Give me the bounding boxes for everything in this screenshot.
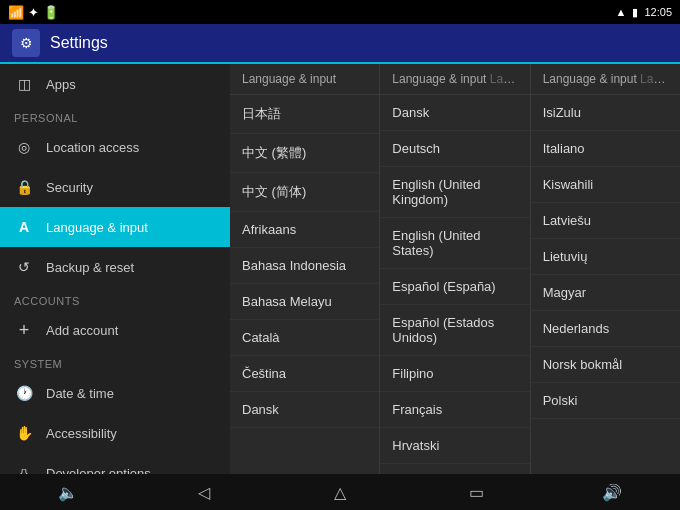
sidebar-label-addaccount: Add account bbox=[46, 323, 118, 338]
list-item[interactable]: Bahasa Melayu bbox=[230, 284, 379, 320]
list-item[interactable]: Hrvatski bbox=[380, 428, 529, 464]
sidebar-item-backup[interactable]: ↺ Backup & reset bbox=[0, 247, 230, 287]
sidebar: ◫ Apps PERSONAL ◎ Location access 🔒 Secu… bbox=[0, 64, 230, 474]
list-item[interactable]: Čeština bbox=[230, 356, 379, 392]
list-item[interactable]: English (United Kingdom) bbox=[380, 167, 529, 218]
clock-icon: 🕐 bbox=[14, 383, 34, 403]
sidebar-label-developer: Developer options bbox=[46, 466, 151, 475]
list-item[interactable]: Dansk bbox=[380, 95, 529, 131]
gear-icon: ⚙ bbox=[20, 35, 33, 51]
list-item[interactable]: Lietuvių bbox=[531, 239, 680, 275]
list-item[interactable]: Nederlands bbox=[531, 311, 680, 347]
nav-bar: 🔈 ◁ △ ▭ 🔊 bbox=[0, 474, 680, 510]
status-icons-right: ▲ ▮ 12:05 bbox=[616, 6, 672, 19]
list-item[interactable]: Filipino bbox=[380, 356, 529, 392]
list-item[interactable]: Kiswahili bbox=[531, 167, 680, 203]
sidebar-item-security[interactable]: 🔒 Security bbox=[0, 167, 230, 207]
list-item[interactable]: Norsk bokmål bbox=[531, 347, 680, 383]
nav-recents[interactable]: ▭ bbox=[458, 474, 494, 510]
recents-icon: ▭ bbox=[469, 483, 484, 502]
location-icon: ◎ bbox=[14, 137, 34, 157]
list-item[interactable]: Latviešu bbox=[531, 203, 680, 239]
nav-home[interactable]: △ bbox=[322, 474, 358, 510]
nav-volume-down[interactable]: 🔈 bbox=[50, 474, 86, 510]
list-item[interactable]: IsiZulu bbox=[531, 95, 680, 131]
sidebar-label-accessibility: Accessibility bbox=[46, 426, 117, 441]
main-layout: ◫ Apps PERSONAL ◎ Location access 🔒 Secu… bbox=[0, 64, 680, 474]
list-item[interactable]: English (United States) bbox=[380, 218, 529, 269]
volume-down-icon: 🔈 bbox=[58, 483, 78, 502]
status-icons-left: 📶 ✦ 🔋 bbox=[8, 5, 59, 20]
list-item[interactable]: 中文 (简体) bbox=[230, 173, 379, 212]
list-item[interactable]: 中文 (繁體) bbox=[230, 134, 379, 173]
list-item[interactable]: Afrikaans bbox=[230, 212, 379, 248]
sidebar-label-location: Location access bbox=[46, 140, 139, 155]
bluetooth-icon: ✦ bbox=[28, 5, 39, 20]
lang-col1-header: Language & input bbox=[230, 64, 379, 95]
list-item[interactable]: Italiano bbox=[531, 131, 680, 167]
page-title: Settings bbox=[50, 34, 108, 52]
title-bar: ⚙ Settings bbox=[0, 24, 680, 64]
list-item[interactable]: Español (Estados Unidos) bbox=[380, 305, 529, 356]
back-icon: ◁ bbox=[198, 483, 210, 502]
section-system: SYSTEM bbox=[0, 350, 230, 373]
sidebar-label-security: Security bbox=[46, 180, 93, 195]
list-item[interactable]: 日本語 bbox=[230, 95, 379, 134]
section-accounts: ACCOUNTS bbox=[0, 287, 230, 310]
sidebar-item-developer[interactable]: {} Developer options bbox=[0, 453, 230, 474]
sidebar-label-backup: Backup & reset bbox=[46, 260, 134, 275]
signal-icon: 📶 bbox=[8, 5, 24, 20]
list-item[interactable]: Magyar bbox=[531, 275, 680, 311]
home-icon: △ bbox=[334, 483, 346, 502]
developer-icon: {} bbox=[14, 463, 34, 474]
language-icon: A bbox=[14, 217, 34, 237]
sidebar-item-accessibility[interactable]: ✋ Accessibility bbox=[0, 413, 230, 453]
nav-volume-up[interactable]: 🔊 bbox=[594, 474, 630, 510]
lock-icon: 🔒 bbox=[14, 177, 34, 197]
volume-up-icon: 🔊 bbox=[602, 483, 622, 502]
section-personal: PERSONAL bbox=[0, 104, 230, 127]
sidebar-item-language[interactable]: A Language & input bbox=[0, 207, 230, 247]
battery-icon: 🔋 bbox=[43, 5, 59, 20]
accessibility-icon: ✋ bbox=[14, 423, 34, 443]
backup-icon: ↺ bbox=[14, 257, 34, 277]
lang-col2-header: Language & input Languag... bbox=[380, 64, 529, 95]
sidebar-label-apps: Apps bbox=[46, 77, 76, 92]
status-bar: 📶 ✦ 🔋 ▲ ▮ 12:05 bbox=[0, 0, 680, 24]
sidebar-item-apps[interactable]: ◫ Apps bbox=[0, 64, 230, 104]
nav-back[interactable]: ◁ bbox=[186, 474, 222, 510]
settings-app-icon: ⚙ bbox=[12, 29, 40, 57]
sidebar-item-datetime[interactable]: 🕐 Date & time bbox=[0, 373, 230, 413]
sidebar-label-language: Language & input bbox=[46, 220, 148, 235]
lang-column-1: Language & input 日本語 中文 (繁體) 中文 (简体) Afr… bbox=[230, 64, 380, 474]
list-item[interactable]: Bahasa Indonesia bbox=[230, 248, 379, 284]
wifi-icon: ▲ bbox=[616, 6, 627, 18]
add-icon: + bbox=[14, 320, 34, 340]
lang-col3-header: Language & input Lan... bbox=[531, 64, 680, 95]
sidebar-item-location[interactable]: ◎ Location access bbox=[0, 127, 230, 167]
clock: 12:05 bbox=[644, 6, 672, 18]
battery-full-icon: ▮ bbox=[632, 6, 638, 19]
list-item[interactable]: Français bbox=[380, 392, 529, 428]
lang-column-2: Language & input Languag... Dansk Deutsc… bbox=[380, 64, 530, 474]
list-item[interactable]: Català bbox=[230, 320, 379, 356]
lang-column-3: Language & input Lan... IsiZulu Italiano… bbox=[531, 64, 680, 474]
sidebar-label-datetime: Date & time bbox=[46, 386, 114, 401]
list-item[interactable]: Polski bbox=[531, 383, 680, 419]
list-item[interactable]: Deutsch bbox=[380, 131, 529, 167]
apps-icon: ◫ bbox=[14, 74, 34, 94]
sidebar-item-addaccount[interactable]: + Add account bbox=[0, 310, 230, 350]
list-item[interactable]: Español (España) bbox=[380, 269, 529, 305]
list-item[interactable]: Dansk bbox=[230, 392, 379, 428]
content-area: Language & input 日本語 中文 (繁體) 中文 (简体) Afr… bbox=[230, 64, 680, 474]
